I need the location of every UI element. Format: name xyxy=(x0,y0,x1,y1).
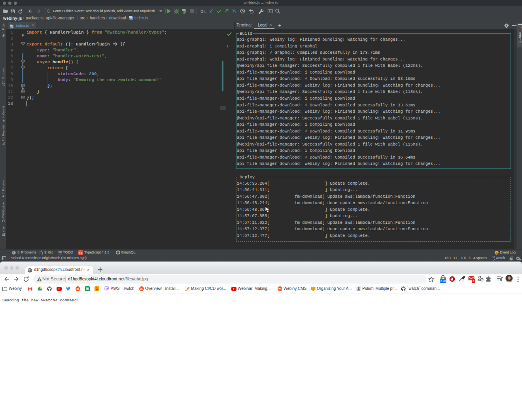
svg-text:TS: TS xyxy=(10,26,13,28)
svg-text:5: 5 xyxy=(473,280,475,282)
svg-text:2.26: 2.26 xyxy=(440,279,446,283)
svg-text:Form Builder "Form" Test.shoul: Form Builder "Form" Test.should publish,… xyxy=(53,9,155,13)
svg-text:TS: TS xyxy=(79,252,83,254)
svg-text:G: G xyxy=(496,252,498,254)
svg-text:Git:: Git: xyxy=(200,9,206,13)
svg-text:TS: TS xyxy=(130,18,132,20)
